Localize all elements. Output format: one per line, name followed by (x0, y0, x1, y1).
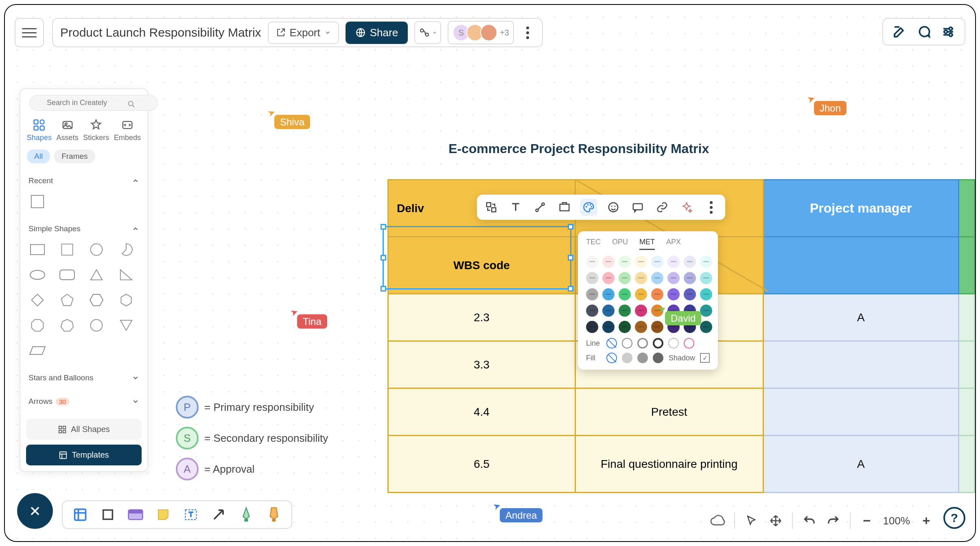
color-swatch[interactable] (651, 321, 663, 333)
color-swatch[interactable] (700, 272, 712, 284)
shadow-checkbox[interactable]: ✓ (700, 353, 710, 363)
table-cell[interactable]: A (763, 294, 958, 341)
table-cell[interactable] (958, 388, 974, 436)
sparkle-icon[interactable] (678, 199, 695, 216)
rect-tool[interactable] (98, 505, 117, 524)
color-swatch[interactable] (586, 305, 598, 317)
color-swatch[interactable] (602, 272, 615, 284)
tab-embeds[interactable]: Embeds (114, 119, 141, 142)
color-swatch[interactable] (635, 321, 647, 333)
table-cell[interactable]: 6.5 (388, 436, 575, 493)
line-med[interactable] (637, 338, 648, 349)
table-cell[interactable]: 2.3 (388, 294, 575, 341)
frame-tool[interactable] (71, 505, 90, 524)
filter-frames[interactable]: Frames (54, 149, 95, 163)
col-extra[interactable] (958, 180, 974, 237)
highlighter-tool[interactable] (265, 505, 283, 524)
comment-icon[interactable] (629, 199, 646, 216)
comment-button[interactable] (915, 23, 933, 41)
color-swatch[interactable] (635, 256, 647, 268)
table-cell[interactable]: 3.3 (388, 341, 575, 388)
color-swatch[interactable] (602, 256, 615, 268)
undo-button[interactable] (801, 513, 817, 529)
color-swatch[interactable] (684, 272, 696, 284)
shape-rect[interactable] (28, 241, 46, 259)
transform-icon[interactable] (483, 199, 500, 216)
zoom-out[interactable] (859, 513, 875, 529)
line-thick[interactable] (653, 338, 663, 349)
fill-none[interactable] (606, 353, 617, 363)
shape-octagon[interactable] (28, 316, 46, 334)
color-swatch[interactable] (586, 272, 598, 284)
color-swatch[interactable] (619, 305, 631, 317)
edit-button[interactable] (890, 23, 908, 41)
shape-hexagon2[interactable] (117, 291, 135, 309)
shape-heptagon[interactable] (58, 316, 76, 334)
color-tab-opu[interactable]: OPU (612, 238, 628, 250)
section-arrows[interactable]: Arrows30 (28, 393, 139, 410)
pointer-tool[interactable] (743, 513, 759, 529)
more-icon[interactable] (702, 199, 720, 216)
table-cell[interactable]: Pretest (575, 388, 763, 436)
section-simple-shapes[interactable]: Simple Shapes (28, 220, 139, 237)
close-fab[interactable] (17, 493, 53, 529)
frame-icon[interactable] (556, 199, 573, 216)
color-swatch[interactable] (651, 256, 663, 268)
shape-inverted-triangle[interactable] (117, 316, 135, 334)
color-swatch[interactable] (667, 256, 680, 268)
line-dotted[interactable] (668, 338, 679, 349)
shape-triangle[interactable] (88, 266, 105, 284)
table-cell[interactable] (958, 436, 974, 493)
color-swatch[interactable] (602, 305, 615, 317)
card-tool[interactable] (126, 505, 145, 524)
table-cell[interactable]: Final questionnaire printing (575, 436, 763, 493)
table-cell[interactable] (958, 341, 974, 388)
color-swatch[interactable] (619, 256, 631, 268)
fill-med[interactable] (637, 353, 648, 363)
text-tool[interactable] (182, 505, 200, 524)
color-swatch[interactable] (700, 256, 712, 268)
table-cell[interactable] (958, 294, 974, 341)
line-icon[interactable] (532, 199, 549, 216)
color-swatch[interactable] (586, 256, 598, 268)
document-title[interactable]: Product Launch Responsibility Matrix (60, 26, 261, 39)
table-cell[interactable] (763, 341, 958, 388)
line-thin[interactable] (622, 338, 632, 349)
redo-button[interactable] (825, 513, 842, 529)
color-swatch[interactable] (619, 272, 631, 284)
shape-right-triangle[interactable] (117, 266, 135, 284)
color-swatch[interactable] (684, 288, 696, 300)
tab-stickers[interactable]: Stickers (83, 119, 109, 142)
table-cell[interactable] (763, 388, 958, 436)
color-swatch[interactable] (684, 256, 696, 268)
more-menu[interactable] (521, 26, 535, 39)
color-swatch[interactable] (619, 288, 631, 300)
settings-button[interactable] (939, 23, 957, 41)
shape-parallelogram[interactable] (28, 342, 46, 360)
color-swatch[interactable] (667, 272, 680, 284)
shape-hexagon[interactable] (88, 291, 105, 309)
tab-shapes[interactable]: Shapes (27, 119, 52, 142)
tab-assets[interactable]: Assets (57, 119, 79, 142)
sticky-tool[interactable] (154, 505, 173, 524)
share-button[interactable]: Share (346, 22, 408, 44)
selection-box[interactable] (383, 226, 571, 289)
color-swatch[interactable] (635, 288, 647, 300)
color-swatch[interactable] (619, 321, 631, 333)
color-swatch[interactable] (700, 321, 712, 333)
collaborator-avatars[interactable]: S +3 (448, 21, 514, 44)
color-swatch[interactable] (667, 288, 680, 300)
text-icon[interactable] (507, 199, 524, 216)
shape-circle[interactable] (88, 241, 105, 259)
templates-button[interactable]: Templates (26, 445, 142, 465)
color-icon[interactable] (580, 199, 597, 216)
section-stars[interactable]: Stars and Balloons (28, 369, 139, 386)
color-swatch[interactable] (586, 288, 598, 300)
zoom-level[interactable]: 100% (883, 515, 910, 527)
shape-diamond[interactable] (28, 291, 46, 309)
export-button[interactable]: Export (268, 22, 339, 44)
arrow-tool[interactable] (209, 505, 228, 524)
color-swatch[interactable] (651, 288, 663, 300)
color-swatch[interactable] (635, 272, 647, 284)
pan-tool[interactable] (768, 513, 784, 529)
